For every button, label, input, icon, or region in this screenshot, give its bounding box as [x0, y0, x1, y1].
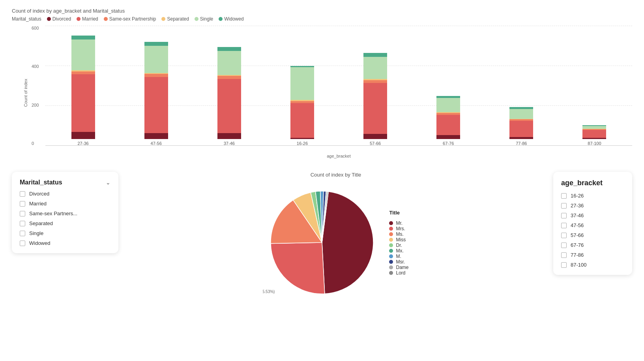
- pie-legend-dot: [389, 254, 393, 258]
- marital-filter-list: DivorcedMarriedSame-sex Partners...Separ…: [20, 191, 110, 246]
- age-filter-title: age_bracket: [561, 179, 624, 187]
- filter-checkbox[interactable]: [20, 211, 25, 216]
- age-filter-item[interactable]: 37-46: [561, 212, 624, 218]
- bar-group: 16-26: [268, 26, 337, 146]
- age-filter-checkbox[interactable]: [561, 223, 567, 228]
- y-tick-200: 200: [32, 103, 45, 107]
- bar-segment: [436, 115, 460, 135]
- bar-label: 47-56: [151, 141, 162, 146]
- bar-label: 57-66: [370, 141, 381, 146]
- pie-legend-item: Mrs.: [389, 226, 408, 231]
- pie-legend-item: Lord: [389, 270, 408, 276]
- pie-legend-dot: [389, 232, 393, 236]
- bar-segment: [290, 103, 314, 138]
- filter-checkbox[interactable]: [20, 241, 25, 246]
- bar-segment: [582, 138, 606, 139]
- pie-legend-label: Msr.: [396, 259, 405, 265]
- marital-filter-item[interactable]: Separated: [20, 220, 110, 226]
- bar-stack: [290, 37, 314, 139]
- bar-group: 37-46: [195, 26, 264, 146]
- pie-legend-label: Dr.: [396, 243, 402, 248]
- age-filter-list: 16-2627-3637-4647-5657-6667-7677-8687-10…: [561, 193, 624, 268]
- pie-legend-label: Dame: [396, 265, 408, 270]
- age-filter-checkbox[interactable]: [561, 243, 567, 248]
- legend-dot: [104, 17, 108, 21]
- bar-segment: [144, 46, 168, 73]
- pie-section: Count of index by Title 1.49K(47.17%)0.8…: [130, 172, 541, 302]
- filter-checkbox[interactable]: [20, 201, 25, 207]
- bar-segment: [217, 133, 241, 139]
- marital-filter-item[interactable]: Married: [20, 201, 110, 207]
- bar-label: 77-86: [516, 141, 527, 146]
- marital-filter-item[interactable]: Single: [20, 230, 110, 236]
- filter-header: Marital_status ⌄: [20, 179, 110, 186]
- marital-filter-item[interactable]: Divorced: [20, 191, 110, 197]
- bar-label: 87-100: [588, 141, 601, 146]
- age-filter-item[interactable]: 87-100: [561, 262, 624, 268]
- age-filter-label: 37-46: [571, 212, 584, 218]
- bar-segment: [217, 76, 241, 79]
- pie-legend-dot: [389, 265, 393, 269]
- marital-filter-item[interactable]: Same-sex Partners...: [20, 211, 110, 216]
- marital-filter-item[interactable]: Widowed: [20, 240, 110, 246]
- pie-legend-item: Dr.: [389, 243, 408, 248]
- pie-legend-dot: [389, 243, 393, 247]
- pie-legend-label: M.: [396, 254, 401, 259]
- pie-legend-item: Ms.: [389, 231, 408, 237]
- pie-legend-dot: [389, 260, 393, 264]
- age-filter-item[interactable]: 77-86: [561, 252, 624, 258]
- bars-container: 27-3647-5637-4616-2657-6667-7677-8687-10…: [45, 26, 632, 160]
- filter-item-label: Widowed: [29, 240, 50, 246]
- x-axis-label: age_bracket: [327, 154, 351, 158]
- bar-stack: [436, 87, 460, 139]
- legend-dot: [77, 17, 80, 21]
- age-filter-checkbox[interactable]: [561, 262, 567, 268]
- bar-chart-section: Count of index by age_bracket and Marita…: [12, 8, 632, 160]
- age-filter-item[interactable]: 57-66: [561, 232, 624, 238]
- age-filter-item[interactable]: 27-36: [561, 203, 624, 209]
- age-filter-item[interactable]: 16-26: [561, 193, 624, 199]
- pie-legend-item: Miss: [389, 237, 408, 243]
- age-filter-checkbox[interactable]: [561, 233, 567, 238]
- legend-label: Divorced: [52, 16, 71, 22]
- pie-legend-label: Mrs.: [396, 226, 405, 231]
- age-filter-item[interactable]: 47-56: [561, 222, 624, 228]
- bar-segment: [290, 67, 314, 100]
- filter-checkbox[interactable]: [20, 231, 25, 236]
- legend-label: Single: [200, 16, 213, 22]
- age-bracket-filter-card: age_bracket 16-2627-3637-4647-5657-6667-…: [553, 172, 632, 275]
- pie-legend-item: Mr.: [389, 220, 408, 226]
- pie-slice-mr: [322, 192, 373, 294]
- age-filter-label: 87-100: [571, 262, 586, 268]
- bar-stack: [363, 41, 387, 139]
- bar-stack: [217, 35, 241, 139]
- filter-checkbox[interactable]: [20, 221, 25, 226]
- filter-item-label: Separated: [29, 220, 53, 226]
- legend-item: Married: [77, 16, 98, 22]
- age-filter-label: 16-26: [571, 193, 584, 199]
- legend-item: Single: [195, 16, 213, 22]
- chevron-down-icon[interactable]: ⌄: [106, 179, 110, 186]
- bar-segment: [436, 98, 460, 112]
- marital-status-filter-card: Marital_status ⌄ DivorcedMarriedSame-sex…: [12, 172, 118, 253]
- y-tick-0: 0: [32, 141, 45, 146]
- filter-checkbox[interactable]: [20, 191, 25, 197]
- age-filter-checkbox[interactable]: [561, 213, 567, 218]
- pie-legend-item: Dame: [389, 265, 408, 270]
- filter-item-label: Married: [29, 201, 47, 207]
- filter-item-label: Single: [29, 230, 43, 236]
- age-filter-checkbox[interactable]: [561, 252, 567, 258]
- pie-chart-wrap: 1.49K(47.17%)0.81K (25.53%)0.5K(15.81%)0…: [263, 183, 381, 302]
- legend-label: Married: [82, 16, 98, 22]
- pie-legend-label: Mx.: [396, 248, 403, 254]
- age-filter-label: 57-66: [571, 232, 584, 238]
- pie-legend-item: M.: [389, 254, 408, 259]
- legend-label: Widowed: [224, 16, 243, 22]
- bar-stack: [144, 33, 168, 139]
- age-filter-item[interactable]: 67-76: [561, 242, 624, 248]
- bar-segment: [217, 79, 241, 133]
- bar-segment: [363, 83, 387, 134]
- age-filter-checkbox[interactable]: [561, 193, 567, 199]
- age-filter-checkbox[interactable]: [561, 203, 567, 209]
- pie-legend-dot: [389, 271, 393, 275]
